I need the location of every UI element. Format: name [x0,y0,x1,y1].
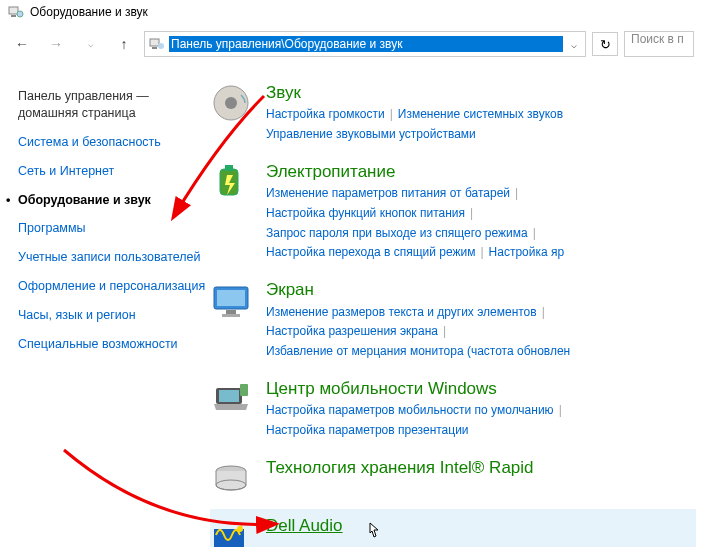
svg-rect-11 [217,290,245,306]
window-title: Оборудование и звук [30,5,148,19]
category-title-display[interactable]: Экран [266,279,696,300]
history-dropdown[interactable]: ⌵ [76,30,104,58]
svg-marker-16 [214,404,248,410]
category-sound: Звук Настройка громкости|Изменение систе… [210,76,696,155]
svg-point-5 [158,43,164,49]
category-title-mobility[interactable]: Центр мобильности Windows [266,378,696,399]
link-volume[interactable]: Настройка громкости [266,107,385,121]
intel-storage-icon [210,457,252,499]
power-icon [210,161,252,203]
address-bar[interactable]: Панель управления\Оборудование и звук ⌵ [144,31,586,57]
sidebar-item-system[interactable]: Система и безопасность [18,128,210,157]
category-mobility: Центр мобильности Windows Настройка пара… [210,372,696,451]
category-power: Электропитание Изменение параметров пита… [210,155,696,273]
control-panel-icon [149,36,165,52]
mobility-icon [210,378,252,420]
category-title-intel[interactable]: Технология хранения Intel® Rapid [266,457,696,478]
link-text-size[interactable]: Изменение размеров текста и других элеме… [266,305,537,319]
display-icon [210,279,252,321]
link-wake-password[interactable]: Запрос пароля при выходе из спящего режи… [266,226,528,240]
link-presentation[interactable]: Настройка параметров презентации [266,423,469,437]
sidebar: Панель управления — домашняя страница Си… [0,76,210,547]
address-path[interactable]: Панель управления\Оборудование и звук [169,36,563,52]
svg-rect-1 [11,15,16,17]
toolbar: ← → ⌵ ↑ Панель управления\Оборудование и… [0,24,702,64]
address-dropdown[interactable]: ⌵ [567,39,581,50]
svg-point-7 [225,97,237,109]
sidebar-item-appearance[interactable]: Оформление и персонализация [18,272,210,301]
search-input[interactable]: Поиск в п [624,31,694,57]
sidebar-home[interactable]: Панель управления — домашняя страница [18,82,210,128]
svg-rect-17 [240,384,248,396]
category-title-power[interactable]: Электропитание [266,161,696,182]
up-button[interactable]: ↑ [110,30,138,58]
svg-rect-3 [150,39,159,46]
main-panel: Звук Настройка громкости|Изменение систе… [210,76,702,547]
forward-button[interactable]: → [42,30,70,58]
sidebar-item-network[interactable]: Сеть и Интернет [18,157,210,186]
svg-rect-13 [222,314,240,317]
back-button[interactable]: ← [8,30,36,58]
sidebar-item-programs[interactable]: Программы [18,214,210,243]
link-flicker[interactable]: Избавление от мерцания монитора (частота… [266,344,570,358]
hardware-sound-icon [8,4,24,20]
category-intel: Технология хранения Intel® Rapid [210,451,696,509]
svg-rect-15 [219,390,239,402]
svg-rect-12 [226,310,236,314]
sound-icon [210,82,252,124]
svg-rect-9 [225,165,233,171]
link-power-buttons[interactable]: Настройка функций кнопок питания [266,206,465,220]
link-system-sounds[interactable]: Изменение системных звуков [398,107,563,121]
link-sleep[interactable]: Настройка перехода в спящий режим [266,245,475,259]
dell-audio-icon [210,515,252,547]
link-audio-devices[interactable]: Управление звуковыми устройствами [266,127,476,141]
content-area: Панель управления — домашняя страница Си… [0,64,702,547]
titlebar: Оборудование и звук [0,0,702,24]
link-mobility-default[interactable]: Настройка параметров мобильности по умол… [266,403,554,417]
svg-rect-0 [9,7,18,14]
link-brightness[interactable]: Настройка яр [489,245,565,259]
sidebar-item-hardware[interactable]: Оборудование и звук [18,186,210,215]
link-battery[interactable]: Изменение параметров питания от батарей [266,186,510,200]
category-dellaudio: Dell Audio [210,509,696,547]
category-title-sound[interactable]: Звук [266,82,696,103]
refresh-button[interactable]: ↻ [592,32,618,56]
sidebar-item-users[interactable]: Учетные записи пользователей [18,243,210,272]
category-display: Экран Изменение размеров текста и других… [210,273,696,372]
category-title-dellaudio[interactable]: Dell Audio [266,515,696,536]
svg-point-2 [17,11,23,17]
sidebar-item-clock[interactable]: Часы, язык и регион [18,301,210,330]
link-resolution[interactable]: Настройка разрешения экрана [266,324,438,338]
sidebar-item-accessibility[interactable]: Специальные возможности [18,330,210,359]
svg-rect-4 [152,47,157,49]
